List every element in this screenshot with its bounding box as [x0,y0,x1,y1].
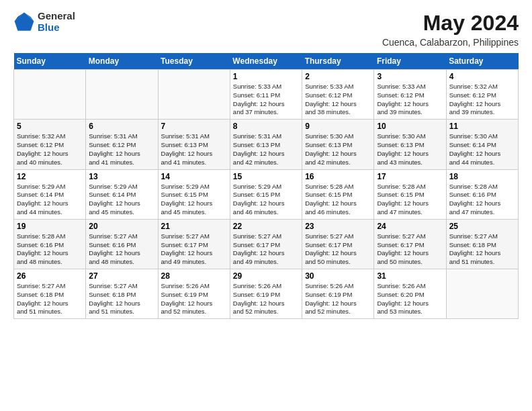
day-info-5: Sunrise: 5:32 AM Sunset: 6:12 PM Dayligh… [17,132,83,167]
calendar-cell-3-3: 22Sunrise: 5:27 AM Sunset: 6:17 PM Dayli… [230,219,302,269]
day-info-13: Sunrise: 5:29 AM Sunset: 6:14 PM Dayligh… [89,183,154,217]
day-info-11: Sunrise: 5:30 AM Sunset: 6:14 PM Dayligh… [449,132,515,167]
day-info-17: Sunrise: 5:28 AM Sunset: 6:15 PM Dayligh… [377,183,443,217]
day-number-28: 28 [161,271,227,281]
day-number-19: 19 [17,222,83,231]
day-info-23: Sunrise: 5:27 AM Sunset: 6:17 PM Dayligh… [305,232,371,267]
day-info-31: Sunrise: 5:26 AM Sunset: 6:20 PM Dayligh… [377,282,443,316]
day-number-7: 7 [161,122,227,131]
day-info-27: Sunrise: 5:27 AM Sunset: 6:18 PM Dayligh… [89,282,154,316]
calendar-cell-0-0 [14,70,86,120]
svg-marker-0 [15,12,34,30]
day-info-20: Sunrise: 5:27 AM Sunset: 6:16 PM Dayligh… [89,232,154,267]
day-number-16: 16 [305,172,371,181]
day-info-2: Sunrise: 5:33 AM Sunset: 6:12 PM Dayligh… [305,83,371,117]
month-year-title: May 2024 [382,11,519,36]
day-number-30: 30 [305,271,371,281]
header: General Blue May 2024 Cuenca, Calabarzon… [13,11,519,48]
location-text: Cuenca, Calabarzon, Philippines [382,37,519,48]
calendar-cell-2-4: 16Sunrise: 5:28 AM Sunset: 6:15 PM Dayli… [302,169,374,219]
day-info-24: Sunrise: 5:27 AM Sunset: 6:17 PM Dayligh… [377,232,443,267]
day-number-11: 11 [449,122,515,131]
day-number-4: 4 [449,72,515,81]
day-number-1: 1 [233,72,299,81]
calendar-cell-4-1: 27Sunrise: 5:27 AM Sunset: 6:18 PM Dayli… [86,269,158,319]
day-info-10: Sunrise: 5:30 AM Sunset: 6:13 PM Dayligh… [377,132,443,167]
day-number-2: 2 [305,72,371,81]
day-info-30: Sunrise: 5:26 AM Sunset: 6:19 PM Dayligh… [305,282,371,316]
day-info-16: Sunrise: 5:28 AM Sunset: 6:15 PM Dayligh… [305,183,371,217]
day-number-20: 20 [89,222,154,231]
day-number-25: 25 [449,222,515,231]
calendar-cell-3-1: 20Sunrise: 5:27 AM Sunset: 6:16 PM Dayli… [86,219,158,269]
calendar-cell-4-0: 26Sunrise: 5:27 AM Sunset: 6:18 PM Dayli… [14,269,86,319]
calendar-cell-1-5: 10Sunrise: 5:30 AM Sunset: 6:13 PM Dayli… [374,120,446,169]
header-saturday: Saturday [446,53,518,70]
calendar-cell-1-0: 5Sunrise: 5:32 AM Sunset: 6:12 PM Daylig… [14,120,86,169]
page: General Blue May 2024 Cuenca, Calabarzon… [0,0,532,411]
day-info-18: Sunrise: 5:28 AM Sunset: 6:16 PM Dayligh… [449,183,515,217]
calendar-cell-3-6: 25Sunrise: 5:27 AM Sunset: 6:18 PM Dayli… [446,219,518,269]
logo: General Blue [13,11,75,33]
calendar-cell-3-0: 19Sunrise: 5:28 AM Sunset: 6:16 PM Dayli… [14,219,86,269]
day-number-27: 27 [89,271,154,281]
day-info-28: Sunrise: 5:26 AM Sunset: 6:19 PM Dayligh… [161,282,227,316]
header-wednesday: Wednesday [230,53,302,70]
calendar-cell-3-4: 23Sunrise: 5:27 AM Sunset: 6:17 PM Dayli… [302,219,374,269]
calendar-cell-2-0: 12Sunrise: 5:29 AM Sunset: 6:14 PM Dayli… [14,169,86,219]
day-info-1: Sunrise: 5:33 AM Sunset: 6:11 PM Dayligh… [233,83,299,117]
day-number-18: 18 [449,172,515,181]
calendar-cell-1-1: 6Sunrise: 5:31 AM Sunset: 6:12 PM Daylig… [86,120,158,169]
day-number-29: 29 [233,271,299,281]
calendar-cell-1-2: 7Sunrise: 5:31 AM Sunset: 6:13 PM Daylig… [158,120,230,169]
day-info-26: Sunrise: 5:27 AM Sunset: 6:18 PM Dayligh… [17,282,83,316]
calendar-cell-4-3: 29Sunrise: 5:26 AM Sunset: 6:19 PM Dayli… [230,269,302,319]
day-info-8: Sunrise: 5:31 AM Sunset: 6:13 PM Dayligh… [233,132,299,167]
day-info-15: Sunrise: 5:29 AM Sunset: 6:15 PM Dayligh… [233,183,299,217]
day-number-10: 10 [377,122,443,131]
calendar-cell-1-3: 8Sunrise: 5:31 AM Sunset: 6:13 PM Daylig… [230,120,302,169]
day-info-22: Sunrise: 5:27 AM Sunset: 6:17 PM Dayligh… [233,232,299,267]
day-number-26: 26 [17,271,83,281]
calendar-cell-2-5: 17Sunrise: 5:28 AM Sunset: 6:15 PM Dayli… [374,169,446,219]
calendar-cell-4-2: 28Sunrise: 5:26 AM Sunset: 6:19 PM Dayli… [158,269,230,319]
header-friday: Friday [374,53,446,70]
day-number-3: 3 [377,72,443,81]
week-row-4: 19Sunrise: 5:28 AM Sunset: 6:16 PM Dayli… [14,219,519,269]
day-info-4: Sunrise: 5:32 AM Sunset: 6:12 PM Dayligh… [449,83,515,117]
day-number-15: 15 [233,172,299,181]
day-info-29: Sunrise: 5:26 AM Sunset: 6:19 PM Dayligh… [233,282,299,316]
day-number-12: 12 [17,172,83,181]
calendar-cell-2-1: 13Sunrise: 5:29 AM Sunset: 6:14 PM Dayli… [86,169,158,219]
day-info-14: Sunrise: 5:29 AM Sunset: 6:15 PM Dayligh… [161,183,227,217]
logo-text: General Blue [38,11,75,33]
header-tuesday: Tuesday [158,53,230,70]
title-block: May 2024 Cuenca, Calabarzon, Philippines [382,11,519,48]
day-number-13: 13 [89,172,154,181]
calendar-header-row: Sunday Monday Tuesday Wednesday Thursday… [14,53,519,70]
day-number-24: 24 [377,222,443,231]
day-number-9: 9 [305,122,371,131]
calendar-cell-0-6: 4Sunrise: 5:32 AM Sunset: 6:12 PM Daylig… [446,70,518,120]
week-row-5: 26Sunrise: 5:27 AM Sunset: 6:18 PM Dayli… [14,269,519,319]
calendar-cell-2-3: 15Sunrise: 5:29 AM Sunset: 6:15 PM Dayli… [230,169,302,219]
calendar-cell-4-6 [446,269,518,319]
day-number-6: 6 [89,122,154,131]
calendar-cell-4-4: 30Sunrise: 5:26 AM Sunset: 6:19 PM Dayli… [302,269,374,319]
calendar-cell-0-4: 2Sunrise: 5:33 AM Sunset: 6:12 PM Daylig… [302,70,374,120]
header-sunday: Sunday [14,53,86,70]
week-row-1: 1Sunrise: 5:33 AM Sunset: 6:11 PM Daylig… [14,70,519,120]
calendar-cell-3-5: 24Sunrise: 5:27 AM Sunset: 6:17 PM Dayli… [374,219,446,269]
day-number-17: 17 [377,172,443,181]
calendar-cell-0-2 [158,70,230,120]
header-monday: Monday [86,53,158,70]
day-number-8: 8 [233,122,299,131]
day-info-21: Sunrise: 5:27 AM Sunset: 6:17 PM Dayligh… [161,232,227,267]
day-number-21: 21 [161,222,227,231]
day-number-14: 14 [161,172,227,181]
day-number-22: 22 [233,222,299,231]
logo-icon [13,11,35,33]
header-thursday: Thursday [302,53,374,70]
calendar-cell-4-5: 31Sunrise: 5:26 AM Sunset: 6:20 PM Dayli… [374,269,446,319]
day-number-23: 23 [305,222,371,231]
